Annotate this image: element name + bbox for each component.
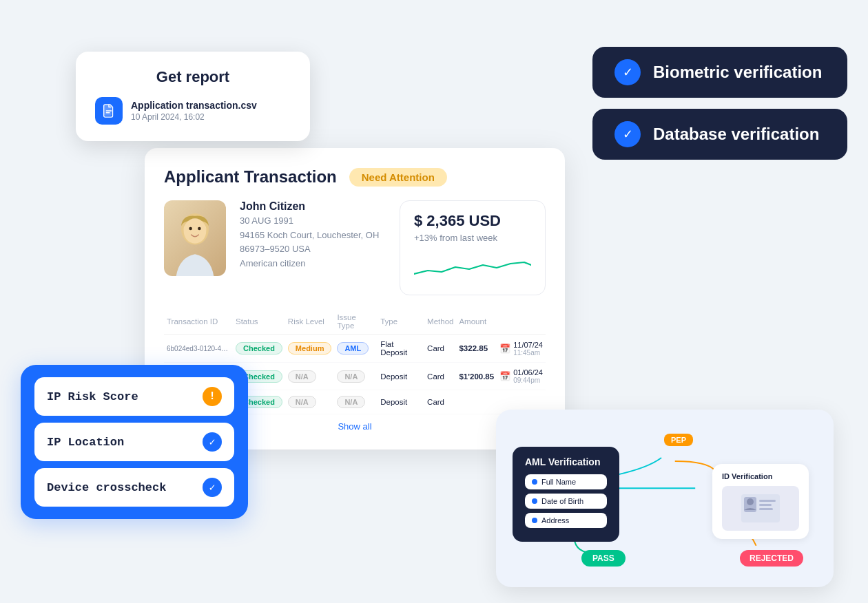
col-header-date <box>497 309 546 335</box>
get-report-title: Get report <box>95 68 291 86</box>
applicant-dob: 30 AUG 1991 <box>240 215 386 226</box>
tx-amount: $1'200.85 <box>456 363 497 390</box>
applicant-info: John Citizen 30 AUG 1991 94165 Koch Cour… <box>164 200 546 295</box>
id-ver-title: ID Verification <box>722 472 799 480</box>
col-header-risk: Risk Level <box>285 309 335 335</box>
svg-rect-10 <box>759 504 772 506</box>
pass-badge: PASS <box>581 550 626 567</box>
database-label: Database verification <box>653 125 819 144</box>
sparkline <box>414 250 531 284</box>
tx-type: Deposit <box>378 390 424 414</box>
tx-issue: N/A <box>334 363 378 390</box>
applicant-citizenship: American citizen <box>240 258 386 268</box>
tx-risk: N/A <box>285 363 335 390</box>
biometric-verification-card: ✓ Biometric verification <box>592 47 847 98</box>
aml-title: AML Verification <box>525 456 607 467</box>
col-header-type: Type <box>378 309 424 335</box>
device-crosscheck-item: Device crosscheck ✓ <box>34 468 234 507</box>
get-report-card: Get report Application transaction.csv 1… <box>76 52 310 141</box>
database-verification-card: ✓ Database verification <box>592 109 847 160</box>
col-header-id: Transaction ID <box>164 309 233 335</box>
svg-rect-9 <box>759 500 776 502</box>
pep-badge: PEP <box>664 433 693 445</box>
file-icon <box>95 97 123 125</box>
tx-issue: N/A <box>334 390 378 414</box>
tx-date: 📅11/07/2411:45am <box>497 335 546 363</box>
aml-card: AML Verification Full Name Date of Birth… <box>496 410 834 587</box>
aml-dob-field: Date of Birth <box>525 494 607 509</box>
applicant-name: John Citizen <box>240 200 386 213</box>
svg-point-3 <box>184 218 207 243</box>
biometric-label: Biometric verification <box>653 63 822 82</box>
aml-address-field: Address <box>525 513 607 528</box>
aml-verification-box: AML Verification Full Name Date of Birth… <box>513 447 619 542</box>
amount-change: +13% from last week <box>414 233 531 243</box>
tx-id: 6b024ed3-0120-46ef-b7ca-3dce7733d12f <box>164 335 233 363</box>
col-header-amount: Amount <box>456 309 497 335</box>
tx-issue: AML <box>334 335 378 363</box>
tx-method: Card <box>424 390 456 414</box>
col-header-status: Status <box>233 309 285 335</box>
need-attention-badge: Need Attention <box>349 168 447 187</box>
rejected-badge-container: REJECTED <box>740 551 803 564</box>
rejected-badge: REJECTED <box>740 550 803 567</box>
id-doc-image <box>722 486 799 531</box>
biometric-check-icon: ✓ <box>614 59 641 85</box>
device-crosscheck-ok-icon: ✓ <box>203 478 222 497</box>
tx-type: Flat Deposit <box>378 335 424 363</box>
file-name: Application transaction.csv <box>131 100 257 111</box>
svg-point-4 <box>189 227 192 231</box>
tx-method: Card <box>424 335 456 363</box>
file-date: 10 April 2024, 16:02 <box>131 112 257 122</box>
device-crosscheck-label: Device crosscheck <box>47 481 166 494</box>
tx-risk: N/A <box>285 390 335 414</box>
applicant-address: 94165 Koch Court, Louchester, OH 86973–9… <box>240 229 386 255</box>
tx-method: Card <box>424 363 456 390</box>
ip-location-item: IP Location ✓ <box>34 423 234 461</box>
file-info: Application transaction.csv 10 April 202… <box>131 100 257 122</box>
applicant-photo <box>164 200 226 276</box>
amount-value: $ 2,365 USD <box>414 212 531 230</box>
col-header-issue: Issue Type <box>334 309 378 335</box>
ip-risk-score-item: IP Risk Score ! <box>34 377 234 416</box>
database-check-icon: ✓ <box>614 121 641 147</box>
tx-date: 📅01/06/2409:44pm <box>497 363 546 390</box>
tx-status: Checked <box>233 335 285 363</box>
svg-point-5 <box>198 227 201 231</box>
ip-checks-card: IP Risk Score ! IP Location ✓ Device cro… <box>21 365 248 519</box>
amount-change-label: from last week <box>440 233 497 243</box>
ip-risk-score-warn-icon: ! <box>203 387 222 406</box>
verification-cards: ✓ Biometric verification ✓ Database veri… <box>592 47 847 160</box>
get-report-file: Application transaction.csv 10 April 202… <box>95 97 291 125</box>
tx-type: Deposit <box>378 363 424 390</box>
ip-location-label: IP Location <box>47 436 124 449</box>
col-header-method: Method <box>424 309 456 335</box>
applicant-details: John Citizen 30 AUG 1991 94165 Koch Cour… <box>240 200 386 295</box>
svg-rect-11 <box>759 508 773 510</box>
tx-amount: $322.85 <box>456 335 497 363</box>
ip-location-ok-icon: ✓ <box>203 432 222 452</box>
amount-card: $ 2,365 USD +13% from last week <box>400 200 546 295</box>
tx-risk: Medium <box>285 335 335 363</box>
panel-header: Applicant Transaction Need Attention <box>164 167 546 187</box>
panel-title: Applicant Transaction <box>164 167 337 187</box>
pass-badge-container: PASS <box>581 551 626 564</box>
ip-risk-score-label: IP Risk Score <box>47 390 138 403</box>
svg-rect-0 <box>104 105 112 116</box>
id-verification-card: ID Verification <box>712 464 809 539</box>
table-row: 6b024ed3-0120-46ef-b7ca-3dce7733d12f Che… <box>164 335 546 363</box>
tx-amount <box>456 390 497 414</box>
aml-fullname-field: Full Name <box>525 474 607 489</box>
svg-point-8 <box>747 498 754 505</box>
